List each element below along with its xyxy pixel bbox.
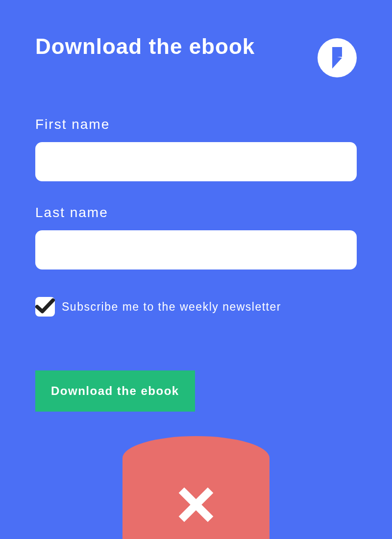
first-name-label: First name (35, 117, 357, 132)
last-name-input[interactable] (35, 230, 357, 270)
newsletter-label: Subscribe me to the weekly newsletter (62, 300, 281, 314)
newsletter-row: Subscribe me to the weekly newsletter (35, 297, 357, 317)
error-badge (122, 458, 270, 539)
page-title: Download the ebook (35, 34, 255, 59)
first-name-group: First name (35, 117, 357, 181)
check-icon (35, 298, 55, 316)
last-name-group: Last name (35, 205, 357, 270)
newsletter-checkbox[interactable] (35, 297, 55, 317)
first-name-input[interactable] (35, 142, 357, 181)
bolt-icon (327, 46, 347, 70)
download-button[interactable]: Download the ebook (35, 370, 195, 412)
last-name-label: Last name (35, 205, 357, 220)
brand-logo (318, 38, 357, 77)
close-icon (177, 486, 215, 523)
form-header: Download the ebook (35, 34, 357, 77)
